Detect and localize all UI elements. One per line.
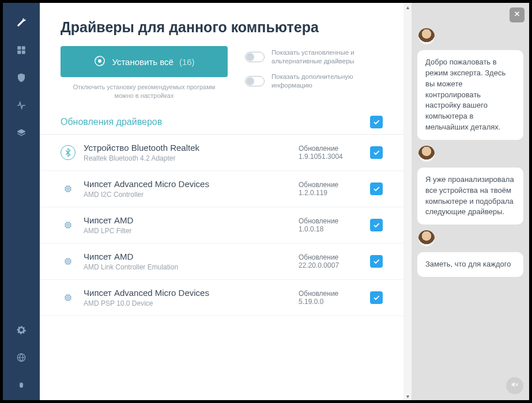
svg-rect-8	[67, 188, 69, 189]
speaker-muted-icon	[510, 380, 519, 391]
bug-icon	[16, 380, 27, 393]
driver-row[interactable]: Чипсет AMDAMD Link Controller EmulationО…	[40, 244, 403, 280]
svg-rect-3	[22, 51, 25, 54]
avatar	[418, 28, 435, 44]
driver-sub: AMD Link Controller Emulation	[84, 263, 290, 271]
section-checkbox[interactable]	[370, 116, 383, 128]
install-hint: Отключить установку рекомендуемых програ…	[69, 83, 219, 101]
main-panel: Драйверы для данного компьютера Установи…	[40, 3, 403, 400]
driver-info: Устройство Bluetooth RealtekRealtek Blue…	[84, 143, 290, 162]
svg-rect-12	[67, 260, 69, 262]
grid-icon	[16, 45, 27, 58]
sidebar-item-grid[interactable]	[3, 37, 40, 65]
chat-message: Заметь, что для каждого	[417, 252, 523, 277]
section-header: Обновления драйверов	[40, 110, 403, 135]
driver-name: Чипсет Advanced Micro Devices	[84, 288, 290, 298]
main-scrollbar[interactable]: ▴ ▾	[403, 3, 412, 400]
driver-checkbox[interactable]	[370, 183, 383, 195]
avatar	[418, 146, 435, 162]
svg-rect-11	[66, 259, 70, 264]
svg-rect-9	[66, 223, 70, 227]
update-label: Обновление	[299, 181, 362, 189]
chip-icon	[61, 181, 76, 196]
svg-point-6	[99, 59, 101, 62]
driver-checkbox[interactable]	[370, 291, 383, 304]
driver-update: Обновление1.9.1051.3004	[299, 145, 362, 161]
driver-row[interactable]: Чипсет Advanced Micro DevicesAMD PSP 10.…	[40, 280, 403, 316]
sidebar-item-tools[interactable]	[3, 10, 40, 37]
update-label: Обновление	[299, 253, 362, 261]
driver-row[interactable]: Чипсет AMDAMD LPC FilterОбновление1.0.0.…	[40, 207, 403, 244]
globe-icon	[16, 352, 27, 365]
driver-sub: AMD LPC Filter	[84, 227, 290, 235]
sidebar-item-layers[interactable]	[3, 120, 40, 148]
page-title: Драйверы для данного компьютера	[61, 19, 383, 36]
wrench-icon	[16, 17, 27, 30]
bluetooth-icon	[61, 145, 76, 160]
chip-icon	[61, 254, 76, 269]
avatar	[418, 230, 435, 246]
sidebar-item-bug[interactable]	[3, 372, 40, 400]
driver-info: Чипсет AMDAMD LPC Filter	[84, 215, 290, 235]
svg-rect-10	[67, 224, 69, 226]
chat-close-button[interactable]	[510, 7, 525, 22]
svg-rect-7	[66, 187, 70, 191]
toggle-show-details[interactable]: Показать дополнительную информацию	[245, 73, 369, 90]
driver-update: Обновление1.2.0.119	[299, 181, 362, 197]
driver-row[interactable]: Чипсет Advanced Micro DevicesAMD I2C Con…	[40, 171, 403, 207]
app-window: Драйверы для данного компьютера Установи…	[2, 2, 530, 401]
install-all-button[interactable]: Установить всё (16)	[61, 46, 228, 77]
driver-name: Чипсет Advanced Micro Devices	[84, 179, 290, 189]
sidebar-item-shield[interactable]	[3, 65, 40, 93]
driver-checkbox[interactable]	[370, 219, 383, 231]
driver-info: Чипсет Advanced Micro DevicesAMD PSP 10.…	[84, 288, 290, 307]
update-version: 5.19.0.0	[299, 298, 362, 306]
update-label: Обновление	[299, 145, 362, 153]
sidebar-item-settings[interactable]	[3, 317, 40, 345]
chat-message: Добро пожаловать в режим эксперта. Здесь…	[417, 50, 523, 140]
svg-rect-2	[17, 51, 21, 54]
switch-icon[interactable]	[245, 76, 265, 86]
install-label: Установить всё	[112, 57, 173, 67]
update-version: 1.2.0.119	[299, 189, 362, 197]
driver-info: Чипсет AMDAMD Link Controller Emulation	[84, 252, 290, 271]
driver-info: Чипсет Advanced Micro DevicesAMD I2C Con…	[84, 179, 290, 199]
driver-sub: AMD PSP 10.0 Device	[84, 299, 290, 307]
gear-icon	[16, 325, 27, 337]
scroll-down-icon[interactable]: ▾	[403, 392, 412, 400]
driver-name: Чипсет AMD	[84, 252, 290, 261]
chat-body: Добро пожаловать в режим эксперта. Здесь…	[412, 3, 529, 400]
chat-message: Я уже проанализировала все устройства на…	[417, 168, 523, 225]
main-header: Драйверы для данного компьютера	[40, 3, 403, 46]
svg-rect-14	[67, 296, 69, 298]
install-block: Установить всё (16) Отключить установку …	[61, 46, 228, 101]
driver-sub: AMD I2C Controller	[84, 191, 290, 199]
driver-sub: Realtek Bluetooth 4.2 Adapter	[84, 154, 290, 162]
shield-icon	[16, 73, 27, 85]
sidebar-item-activity[interactable]	[3, 93, 40, 120]
chat-sound-button[interactable]	[506, 377, 523, 394]
driver-update: Обновление22.20.0.0007	[299, 253, 362, 269]
switch-icon[interactable]	[245, 52, 265, 62]
section-title: Обновления драйверов	[61, 117, 370, 127]
update-label: Обновление	[299, 217, 362, 225]
close-icon	[513, 10, 521, 20]
update-label: Обновление	[299, 290, 362, 298]
driver-checkbox[interactable]	[370, 255, 383, 268]
toggle-show-installed[interactable]: Показать установленные и альтернативные …	[245, 48, 369, 66]
svg-rect-1	[22, 46, 25, 50]
disc-icon	[93, 55, 106, 69]
update-version: 22.20.0.0007	[299, 261, 362, 269]
driver-update: Обновление1.0.0.18	[299, 217, 362, 233]
chip-icon	[61, 218, 76, 233]
sidebar-item-globe[interactable]	[3, 345, 40, 372]
scroll-up-icon[interactable]: ▴	[403, 3, 412, 11]
svg-rect-0	[17, 46, 21, 50]
actions-row: Установить всё (16) Отключить установку …	[40, 46, 403, 110]
driver-checkbox[interactable]	[370, 146, 383, 159]
toggle-label: Показать дополнительную информацию	[271, 73, 369, 90]
update-version: 1.0.0.18	[299, 225, 362, 233]
driver-row[interactable]: Устройство Bluetooth RealtekRealtek Blue…	[40, 135, 403, 171]
driver-name: Устройство Bluetooth Realtek	[84, 143, 290, 153]
update-version: 1.9.1051.3004	[299, 153, 362, 161]
